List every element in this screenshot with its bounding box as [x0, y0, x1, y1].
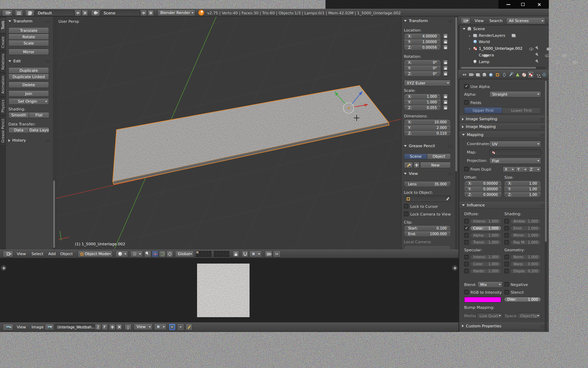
rotation-z-lock-button[interactable] — [442, 71, 448, 76]
mirror-button[interactable]: Mirror — [8, 49, 49, 55]
close-button[interactable] — [533, 1, 545, 8]
diffuse-translucency-slider[interactable]: Transl:1.000 — [470, 240, 502, 245]
uv-menu-view[interactable]: View — [15, 322, 28, 332]
tab-object-data[interactable] — [514, 71, 521, 78]
diffuse-color-checkbox[interactable] — [464, 226, 469, 231]
snap-toggle-button[interactable] — [241, 251, 248, 257]
geometry-warp-checkbox[interactable] — [504, 262, 509, 266]
location-x-field[interactable]: X:4.00000 — [404, 33, 441, 39]
layer-cell[interactable] — [223, 251, 226, 254]
editor-type-button-outliner[interactable] — [461, 18, 470, 24]
panel-header-influence[interactable]: Influence — [459, 202, 548, 209]
alpha-mode-dropdown[interactable]: Straight — [489, 91, 541, 97]
editor-type-button-image[interactable] — [3, 324, 13, 330]
blend-dropdown[interactable]: Mix — [477, 281, 503, 288]
stencil-checkbox[interactable] — [504, 290, 509, 294]
disclosure-open-icon[interactable] — [463, 28, 465, 30]
location-z-field[interactable]: Z:0.00056 — [404, 45, 441, 50]
npanel-transform-header[interactable]: Transform — [404, 19, 453, 23]
tab-grease-pencil[interactable]: Grease Pencil — [0, 116, 6, 146]
viewport-canvas[interactable] — [56, 16, 401, 250]
layer-cell[interactable] — [217, 254, 220, 257]
image-browse-button[interactable] — [45, 324, 54, 330]
offset-z-field[interactable]: Z:0.00000 — [464, 192, 502, 198]
layer-cell[interactable] — [199, 251, 202, 254]
clip-start-field[interactable]: Start:0.100 — [404, 225, 451, 231]
specular-color-slider[interactable]: Color:1.000 — [470, 261, 502, 267]
tab-relations[interactable]: Relations — [0, 51, 6, 73]
join-button[interactable]: Join — [8, 90, 49, 97]
tab-create[interactable]: Create — [0, 34, 6, 50]
location-y-field[interactable]: Y:1.00000 — [404, 39, 441, 45]
layer-cell[interactable] — [202, 251, 205, 254]
axis-z-dropdown[interactable]: Z — [528, 166, 541, 172]
lock-camera-checkbox[interactable] — [404, 212, 408, 216]
manipulator-translate-button[interactable] — [152, 251, 159, 257]
lock-to-scene-button[interactable] — [232, 251, 239, 257]
outliner-item-scene[interactable]: Scene — [473, 27, 485, 31]
image-name-field[interactable]: Unterlage_Westbah... — [55, 324, 94, 330]
tab-texture[interactable] — [527, 71, 534, 78]
tab-render[interactable] — [468, 71, 474, 78]
dvar-slider[interactable]: DVar:1.000 — [504, 297, 541, 302]
lower-first-button[interactable]: Lower First — [502, 107, 541, 114]
outliner-hscroll-thumb[interactable] — [461, 67, 536, 69]
properties-scroll-thumb[interactable] — [545, 81, 547, 242]
layer-cell[interactable] — [196, 251, 199, 254]
restrict-view-icon[interactable] — [545, 54, 549, 57]
shading-raymirror-checkbox[interactable] — [504, 240, 509, 245]
location-x-lock-button[interactable] — [442, 33, 448, 39]
tool-shelf-scroll-thumb[interactable] — [53, 180, 55, 248]
minimize-button[interactable] — [503, 1, 514, 8]
layer-cell[interactable] — [226, 251, 229, 254]
shading-emit-checkbox[interactable] — [504, 226, 509, 231]
translate-button[interactable]: Translate — [8, 27, 49, 34]
shading-dropdown[interactable] — [115, 251, 128, 257]
size-x-field[interactable]: X:1.00 — [504, 180, 541, 186]
geometry-normal-checkbox[interactable] — [504, 255, 509, 259]
manipulator-scale-button[interactable] — [166, 251, 173, 257]
lock-to-cursor-checkbox[interactable] — [404, 204, 408, 209]
scale-x-field[interactable]: X:1.000 — [404, 94, 441, 100]
image-paint-button[interactable] — [186, 323, 192, 330]
scene-browse-button[interactable] — [91, 10, 100, 16]
uv-menu-image[interactable]: Image — [29, 322, 46, 332]
scene-add-button[interactable] — [140, 10, 147, 16]
panel-header-custom-properties[interactable]: Custom Properties — [459, 322, 548, 329]
specular-intensity-slider[interactable]: Intensi:1.000 — [470, 254, 502, 260]
geometry-warp-slider[interactable]: Warp:0.000 — [510, 261, 541, 267]
outliner-item-object[interactable]: 1_5000_Unterlage.002 — [479, 46, 523, 51]
tab-scene[interactable] — [481, 71, 488, 78]
display-channels-dropdown[interactable] — [154, 323, 167, 330]
set-origin-dropdown[interactable]: Set Origin — [8, 98, 49, 105]
layer-cell[interactable] — [223, 254, 226, 257]
rotation-z-field[interactable]: Z:0° — [404, 71, 441, 77]
layer-cell[interactable] — [196, 254, 199, 257]
map-datablock-field[interactable] — [489, 149, 541, 156]
restrict-render-icon[interactable] — [547, 48, 551, 50]
duplicate-button[interactable]: Duplicate — [8, 67, 49, 74]
gp-draw-dropdown[interactable] — [404, 162, 413, 168]
shade-flat-button[interactable]: Flat — [29, 112, 49, 118]
collapsed-menus-button[interactable] — [15, 10, 23, 16]
panel-header-history[interactable]: History — [8, 138, 50, 143]
diffuse-alpha-checkbox[interactable] — [464, 233, 469, 238]
npanel-grease-pencil-header[interactable]: Grease Pencil — [404, 144, 453, 148]
layout-name-field[interactable]: Default — [35, 10, 74, 16]
region-expand-button-right[interactable] — [452, 265, 457, 271]
restrict-view-icon[interactable] — [529, 48, 533, 50]
upper-first-button[interactable]: Upper First — [464, 107, 502, 114]
manipulator-toggle-button[interactable] — [144, 251, 151, 257]
tab-physics[interactable] — [541, 71, 547, 78]
panel-header-image-sampling[interactable]: Image Sampling — [459, 116, 548, 122]
location-z-lock-button[interactable] — [442, 45, 448, 50]
tab-tools[interactable]: Tools — [0, 17, 6, 33]
outliner-item-world[interactable]: World — [479, 40, 490, 44]
tab-modifiers[interactable] — [507, 71, 514, 78]
menu-add[interactable]: Add — [46, 250, 58, 258]
panel-header-transform[interactable]: Transform — [8, 19, 50, 23]
scene-name-field[interactable]: Scene — [101, 10, 140, 16]
tab-material[interactable] — [521, 71, 527, 78]
image-users-button[interactable]: 2 — [95, 324, 101, 330]
shading-emit-slider[interactable]: Emit:1.000 — [510, 226, 541, 231]
